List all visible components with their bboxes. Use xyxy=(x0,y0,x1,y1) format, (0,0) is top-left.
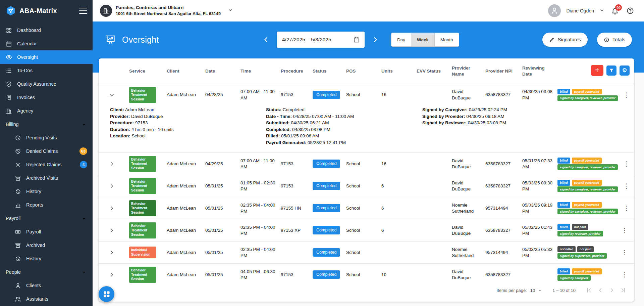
sidebar-item-dashboard[interactable]: Dashboard xyxy=(0,24,93,37)
row-menu-button[interactable]: ⋮ xyxy=(621,159,632,169)
units-cell: 6 xyxy=(381,183,417,189)
row-expand-button[interactable] xyxy=(106,269,117,280)
signatures-button[interactable]: Signatures xyxy=(542,33,588,47)
sidebar-item-assistants[interactable]: Assistants xyxy=(0,292,93,306)
notification-count-badge: 99 xyxy=(615,4,622,11)
date-range-picker[interactable]: 4/27/2025 – 5/3/2025 xyxy=(277,32,365,48)
first-page-button[interactable] xyxy=(586,287,592,294)
next-week-button[interactable] xyxy=(371,36,379,44)
sidebar-item-history[interactable]: History xyxy=(0,185,93,198)
sidebar-item-oversight[interactable]: Oversight xyxy=(0,50,93,64)
sidebar-item-clients[interactable]: Clients xyxy=(0,279,93,292)
sidebar-item-payroll[interactable]: Payroll xyxy=(0,225,93,238)
procedure-cell: 97153 XP xyxy=(281,227,313,233)
sidebar-section-people[interactable]: People xyxy=(0,265,93,279)
sidebar: ABA-Matrix DashboardCalendarOversightTo-… xyxy=(0,0,93,306)
sidebar-item-pending-visits[interactable]: Pending Visits xyxy=(0,131,93,144)
org-selector[interactable]: Paredes, Contreras and Ulibarri 1001 6th… xyxy=(100,5,233,17)
flags-cell: billedpayroll generatedsigned by caregiv… xyxy=(557,88,621,102)
sidebar-item-quality-assurance[interactable]: Quality Assurance xyxy=(0,77,93,91)
sidebar-item-archived[interactable]: Archived xyxy=(0,238,93,252)
last-page-button[interactable] xyxy=(620,287,627,294)
chevron-right-icon xyxy=(108,227,115,234)
sidebar-item-calendar[interactable]: Calendar xyxy=(0,37,93,50)
reviewing-date-cell: 05/01/25 07:33 AM xyxy=(522,158,557,170)
x-icon xyxy=(15,162,21,168)
table-row[interactable]: Behavior Treatment SessionAdam McLean05/… xyxy=(99,263,634,283)
sidebar-item-history[interactable]: History xyxy=(0,252,93,265)
table-row[interactable]: Behavior Treatment SessionAdam McLean04/… xyxy=(99,152,634,175)
time-cell: 07:00 AM - 11:00 AM xyxy=(240,89,281,101)
table-row[interactable]: Behavior Treatment SessionAdam McLean05/… xyxy=(99,219,634,241)
sidebar-item-archived-visits[interactable]: Archived Visits xyxy=(0,171,93,185)
chevron-right-icon xyxy=(608,287,615,294)
row-expand-button[interactable] xyxy=(106,225,117,236)
date-cell: 04/29/25 xyxy=(205,161,240,167)
sidebar-item-denied-claims[interactable]: Denied Claims63 xyxy=(0,144,93,158)
settings-button[interactable]: ⚙ xyxy=(620,65,630,76)
row-menu-button[interactable]: ⋮ xyxy=(619,269,631,280)
history-icon xyxy=(15,256,21,262)
notifications-button[interactable]: 99 xyxy=(610,6,620,16)
menu-toggle-icon[interactable] xyxy=(79,8,87,14)
table-row[interactable]: Behavior Treatment SessionAdam McLean05/… xyxy=(99,197,634,219)
sidebar-item-agency[interactable]: Agency xyxy=(0,104,93,118)
people-icon xyxy=(15,296,21,302)
status-cell: Completed xyxy=(313,182,346,190)
user-name: Diane Ogden xyxy=(566,8,594,13)
status-cell: Completed xyxy=(313,226,346,234)
sidebar-item-label: Pending Visits xyxy=(26,135,88,140)
pos-cell: School xyxy=(346,161,381,167)
row-menu-button[interactable]: ⋮ xyxy=(621,203,632,213)
status-flag: signed by caregiver, reviewer, provider xyxy=(557,186,618,192)
next-page-button[interactable] xyxy=(608,287,615,294)
table-row[interactable]: Behavior Treatment SessionAdam McLean05/… xyxy=(99,175,634,197)
table-row[interactable]: Individual SupervisionAdam McLean05/01/2… xyxy=(99,241,634,263)
user-avatar[interactable] xyxy=(548,4,561,17)
totals-button[interactable]: Totals xyxy=(597,33,632,47)
status-flag: signed by caregiver xyxy=(557,275,591,281)
items-per-page-select[interactable]: 10 xyxy=(530,288,542,293)
view-tab-month[interactable]: Month xyxy=(435,33,459,46)
row-expand-button[interactable] xyxy=(106,203,117,214)
sidebar-item-reports[interactable]: Reports xyxy=(0,198,93,212)
user-menu-chevron-icon[interactable] xyxy=(599,8,604,14)
help-button[interactable] xyxy=(625,6,635,16)
detail-line: Client: Adam McLean xyxy=(110,106,266,113)
row-menu-button[interactable]: ⋮ xyxy=(621,90,632,100)
row-menu-button[interactable]: ⋮ xyxy=(621,181,632,191)
row-expand-button[interactable] xyxy=(106,247,117,258)
detail-line: Status: Completed xyxy=(266,106,422,113)
sidebar-section-payroll[interactable]: Payroll xyxy=(0,212,93,225)
prev-page-button[interactable] xyxy=(597,287,604,294)
row-expand-button[interactable] xyxy=(106,181,117,191)
row-menu-button[interactable]: ⋮ xyxy=(619,247,631,258)
row-expand-button[interactable] xyxy=(106,159,117,169)
column-header-provider-npi: Provider NPI xyxy=(485,68,522,74)
add-session-button[interactable]: + xyxy=(591,65,603,76)
building-icon xyxy=(6,108,12,114)
row-menu-button[interactable]: ⋮ xyxy=(619,225,631,235)
prev-week-button[interactable] xyxy=(262,36,270,44)
row-expand-button[interactable] xyxy=(106,90,117,100)
chat-launcher-button[interactable] xyxy=(99,286,114,302)
sidebar-item-invoices[interactable]: Invoices xyxy=(0,91,93,104)
filter-button[interactable] xyxy=(606,65,616,76)
view-tab-week[interactable]: Week xyxy=(411,33,435,46)
sidebar-item-label: To-Dos xyxy=(17,68,88,73)
oversight-table-card: + ⚙ ServiceClientDateTimeProcedureStatus… xyxy=(99,58,634,302)
time-cell: 02:35 PM - 04:00 PM xyxy=(240,224,281,236)
org-address: 1001 6th Street Northwest San Aguilar Al… xyxy=(116,11,221,17)
status-flag: payroll generated xyxy=(572,268,602,274)
sidebar-section-billing[interactable]: Billing xyxy=(0,118,93,131)
table-row[interactable]: Behavior Treatment SessionAdam McLean04/… xyxy=(99,84,634,106)
pagination-range: 1 – 10 of 10 xyxy=(552,288,576,293)
status-flag: payroll generated xyxy=(572,89,602,94)
sidebar-item-label: Payroll xyxy=(26,229,88,234)
oversight-page-icon xyxy=(105,34,117,46)
sidebar-item-rejected-claims[interactable]: Rejected Claims4 xyxy=(0,158,93,171)
chevron-right-icon xyxy=(108,161,115,167)
sidebar-item-to-dos[interactable]: To-Dos xyxy=(0,64,93,77)
view-tab-day[interactable]: Day xyxy=(391,33,411,46)
eye-icon xyxy=(6,54,12,60)
